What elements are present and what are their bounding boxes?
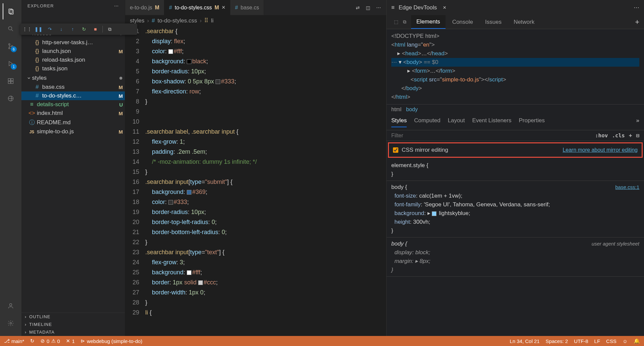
warning-icon: ⚠	[51, 338, 56, 344]
close-icon[interactable]: ×	[443, 4, 446, 11]
notifications-icon[interactable]: 🔔	[634, 338, 640, 344]
css-mirror-box: CSS mirror editing Learn more about mirr…	[388, 142, 643, 158]
indentation[interactable]: Spaces: 2	[546, 338, 568, 344]
explorer-icon[interactable]	[3, 3, 19, 19]
tab-network[interactable]: Network	[508, 15, 540, 29]
tab-issues[interactable]: Issues	[480, 15, 507, 29]
svg-point-2	[8, 26, 12, 30]
filter-input[interactable]	[391, 133, 591, 139]
pause-icon[interactable]: ❚❚	[34, 25, 43, 33]
metadata-section[interactable]: METADATA	[21, 328, 125, 336]
devtools-menu-icon[interactable]: ≡	[391, 4, 395, 11]
inspect-icon[interactable]: ⬚	[394, 19, 398, 25]
step-over-icon[interactable]: ↷	[46, 25, 54, 33]
edge-icon[interactable]	[3, 90, 19, 107]
cls-button[interactable]: .cls	[612, 132, 625, 139]
device-icon[interactable]: ⧉	[403, 19, 406, 25]
modified-dot-icon: ●	[119, 74, 123, 82]
dom-tree[interactable]: <!DOCTYPE html> <html lang="en"> ▸ <head…	[387, 29, 644, 104]
file-item[interactable]: ⓘREADME.md	[21, 118, 125, 127]
tab-file[interactable]: #base.cs	[230, 0, 264, 15]
run-debug-icon[interactable]: 1	[3, 56, 19, 72]
explorer-header: EXPLORER ⋯	[21, 0, 125, 12]
problems-indicator[interactable]: ⊘0 ⚠0	[41, 338, 60, 344]
mirror-learn-link[interactable]: Learn more about mirror editing	[563, 147, 638, 153]
settings-gear-icon[interactable]	[3, 315, 19, 331]
folder-styles[interactable]: styles●	[21, 73, 125, 83]
extensions-icon[interactable]	[3, 73, 19, 89]
branch-indicator[interactable]: ⎇main*	[4, 338, 24, 344]
selector-icon: ⠿	[204, 17, 208, 24]
tab-events[interactable]: Event Listeners	[472, 117, 511, 127]
grip-icon[interactable]: ⋮⋮	[23, 25, 31, 33]
split-icon[interactable]: ◫	[366, 5, 370, 10]
sync-button[interactable]: ↻	[30, 338, 34, 344]
explorer-more-icon[interactable]: ⋯	[114, 3, 119, 8]
mirror-checkbox[interactable]	[393, 147, 398, 153]
svg-point-13	[10, 323, 12, 324]
file-item[interactable]: {}http-server-tasks.j…	[21, 38, 125, 47]
sidebar-toggle-icon[interactable]: ⊟	[636, 132, 639, 139]
source-link[interactable]: base.css:1	[615, 183, 639, 192]
svg-line-3	[12, 30, 13, 31]
tab-styles[interactable]: Styles	[391, 117, 407, 127]
tab-elements[interactable]: Elements	[411, 15, 446, 29]
screencast-icon[interactable]: ⧉	[105, 25, 114, 33]
code-editor[interactable]: 1234567891011121314151617181920212223242…	[125, 26, 386, 336]
file-item[interactable]: {}tasks.json	[21, 64, 125, 73]
svg-point-4	[9, 44, 10, 45]
restart-icon[interactable]: ↻	[80, 25, 88, 33]
cursor-position[interactable]: Ln 34, Col 21	[510, 338, 540, 344]
json-icon: {}	[33, 39, 41, 46]
compare-icon[interactable]: ⇄	[356, 5, 360, 10]
tab-layout[interactable]: Layout	[448, 117, 465, 127]
file-item[interactable]: {}reload-tasks.json	[21, 56, 125, 64]
more-icon[interactable]: ⋯	[376, 5, 381, 10]
file-item[interactable]: {}launch.jsonM	[21, 47, 125, 56]
dom-breadcrumb[interactable]: html body	[387, 104, 644, 115]
file-item[interactable]: #base.cssM	[21, 83, 125, 91]
debug-toolbar: ⋮⋮ ❚❚ ↷ ↓ ↑ ↻ ■ ⧉	[20, 23, 137, 35]
stop-icon[interactable]: ■	[91, 25, 100, 33]
tab-properties[interactable]: Properties	[519, 117, 545, 127]
tools-icon: ✕	[66, 338, 70, 344]
timeline-section[interactable]: TIMELINE	[21, 321, 125, 328]
tab-console[interactable]: Console	[447, 15, 478, 29]
outline-section[interactable]: OUTLINE	[21, 313, 125, 321]
svg-rect-9	[8, 81, 11, 84]
css-rules[interactable]: element.style { } base.css:1 body { font…	[387, 159, 644, 336]
search-icon[interactable]	[3, 21, 19, 37]
account-icon[interactable]	[3, 298, 19, 314]
sidebar-sections: OUTLINE TIMELINE METADATA	[21, 313, 125, 336]
source-control-icon[interactable]: 6	[3, 38, 19, 54]
tab-file-active[interactable]: #to-do-styles.cssM×	[164, 0, 230, 15]
file-item[interactable]: ≡details-scriptU	[21, 100, 125, 109]
more-icon[interactable]: ⋯	[634, 4, 639, 11]
more-icon[interactable]: »	[636, 117, 639, 127]
json-icon: {}	[33, 65, 41, 72]
svg-point-12	[10, 303, 12, 306]
step-out-icon[interactable]: ↑	[68, 25, 77, 33]
eol[interactable]: LF	[594, 338, 600, 344]
file-item[interactable]: <>index.htmlM	[21, 109, 125, 118]
feedback-icon[interactable]: ☺	[623, 338, 628, 344]
add-rule-icon[interactable]: +	[629, 132, 632, 139]
git-status: M	[119, 84, 123, 90]
code-content[interactable]: .searchbar { display: flex; color: #fff;…	[145, 26, 386, 336]
add-tab-icon[interactable]: +	[635, 18, 644, 26]
modified-badge: M	[215, 5, 219, 11]
debug-target[interactable]: ⊳webdebug (simple-to-do)	[81, 338, 142, 344]
encoding[interactable]: UTF-8	[574, 338, 588, 344]
tab-computed[interactable]: Computed	[414, 117, 440, 127]
ports-indicator[interactable]: ✕1	[66, 338, 75, 344]
file-item[interactable]: simple-to-do.jsM	[21, 127, 125, 136]
debug-badge: 1	[11, 64, 17, 70]
close-tab-icon[interactable]: ×	[222, 4, 225, 11]
breadcrumb[interactable]: styles› #to-do-styles.css› ⠿li	[125, 15, 386, 26]
tab-file[interactable]: e-to-do.jsM	[125, 0, 164, 15]
hov-button[interactable]: :hov	[595, 132, 608, 139]
css-icon: #	[235, 5, 238, 11]
language-mode[interactable]: CSS	[606, 338, 617, 344]
file-item-active[interactable]: #to-do-styles.c…M	[21, 91, 125, 100]
step-into-icon[interactable]: ↓	[57, 25, 66, 33]
